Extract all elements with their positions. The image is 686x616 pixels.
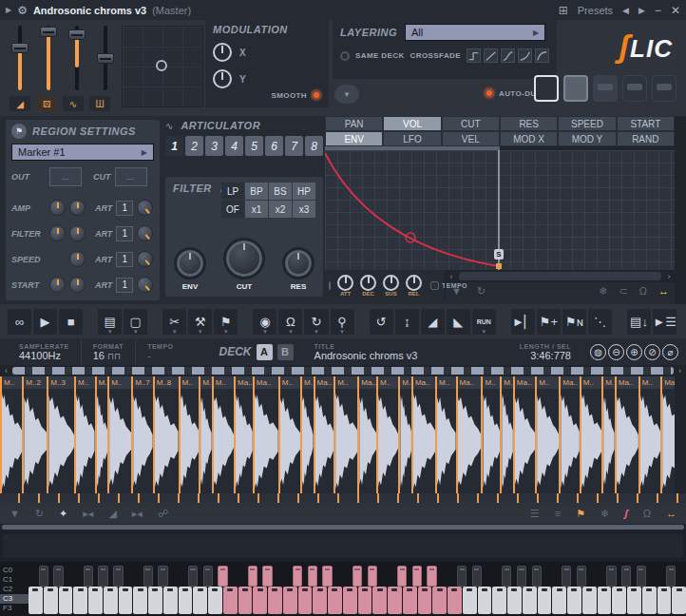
art-knob[interactable] (137, 225, 153, 241)
waveform-overview-scrollbar[interactable]: ‹ › (0, 365, 686, 376)
ramp-icon[interactable]: ◢ (10, 96, 30, 111)
white-key[interactable] (298, 587, 313, 614)
swap-icon[interactable]: ↔ (658, 285, 669, 298)
black-key[interactable] (606, 566, 616, 587)
articulator-slot[interactable]: 2 (185, 136, 203, 156)
envelope-tab[interactable]: MOD X (500, 131, 558, 146)
waveform-slice[interactable]: Ma.. (411, 376, 435, 493)
filter-type-button[interactable]: BS (269, 183, 292, 200)
save-sample-button[interactable]: ▤ (98, 309, 122, 335)
white-key[interactable] (133, 587, 147, 614)
auto-slice-button[interactable]: ⚑ɴ (562, 309, 586, 335)
envelope-tab[interactable]: START (617, 116, 675, 131)
waveform-slice[interactable]: M.. (481, 376, 500, 493)
slice-marker-label[interactable]: Ma.. (458, 376, 482, 389)
fit-icon[interactable]: ▸◂ (132, 508, 143, 520)
white-key[interactable] (372, 587, 387, 614)
articulator-slot[interactable]: 5 (245, 136, 263, 156)
white-key[interactable] (88, 587, 103, 614)
slice-marker-label[interactable]: M.. (280, 376, 300, 389)
black-key[interactable] (577, 566, 586, 587)
beat-ruler[interactable] (0, 493, 686, 503)
slice-marker-label[interactable]: M.. (181, 376, 200, 389)
white-key[interactable] (163, 587, 178, 614)
black-key[interactable] (39, 566, 48, 587)
white-key[interactable] (44, 587, 58, 614)
region-knob[interactable] (69, 225, 86, 241)
snap-button[interactable]: Ω (278, 309, 302, 335)
waveform-slice[interactable]: Ma.. (513, 376, 535, 493)
slice-marker-label[interactable]: M..3 (48, 376, 74, 389)
slice-marker-label[interactable]: M. (400, 376, 411, 389)
slice-marker-label[interactable]: Ma.. (617, 376, 638, 389)
env-menu-icon[interactable]: ▼ (451, 285, 462, 298)
region-knob[interactable] (69, 251, 86, 267)
envelope-tab[interactable]: VEL (442, 131, 500, 146)
xy-pad-dot[interactable] (156, 60, 167, 71)
black-key[interactable] (532, 566, 542, 587)
collapse-arrow-icon[interactable]: ▶ (6, 6, 11, 14)
white-key[interactable] (463, 587, 477, 614)
white-key[interactable] (507, 587, 522, 614)
white-key[interactable] (627, 587, 641, 614)
filter-knob[interactable] (282, 247, 314, 279)
waveform-slice[interactable]: Ma.. (357, 376, 376, 493)
black-key[interactable] (637, 566, 646, 587)
waveform-slice[interactable]: M.. (278, 376, 300, 493)
envelope-tab[interactable]: CUT (442, 116, 500, 131)
env-refresh-icon[interactable]: ↻ (477, 285, 486, 298)
region-knob[interactable] (49, 277, 66, 293)
black-key[interactable] (412, 566, 422, 587)
waveform-slice[interactable]: M. (300, 376, 314, 493)
slice-marker-label[interactable]: M.. (640, 376, 660, 389)
waveform-editor[interactable]: M.. M..2 M..3 M.. M. (0, 376, 686, 493)
auto-dump-led[interactable] (485, 88, 494, 98)
horizontal-scrollbar[interactable] (0, 524, 686, 530)
stop-button[interactable]: ■ (59, 309, 83, 335)
zoom-in-icon[interactable]: ⊕ (626, 344, 642, 360)
white-key[interactable] (523, 587, 537, 614)
black-key[interactable] (502, 566, 511, 587)
waveform-slice[interactable]: Ma.. (314, 376, 334, 493)
slice-marker-label[interactable]: M.. (109, 376, 131, 389)
level-slider[interactable] (95, 26, 116, 90)
waveform-slice[interactable]: M..8 (153, 376, 179, 493)
slice-marker-label[interactable]: M.. (581, 376, 601, 389)
black-key[interactable] (397, 566, 407, 587)
filter-type-button[interactable]: x3 (293, 201, 315, 218)
decay-curve[interactable] (325, 153, 499, 266)
waveform-slice[interactable]: M. (199, 376, 212, 493)
waveform-slice[interactable]: M. (398, 376, 411, 493)
slice-marker-label[interactable]: M.. (378, 376, 398, 389)
mute-preview-icon[interactable]: ⌀ (662, 344, 678, 360)
waveform-slice[interactable]: M..3 (47, 376, 74, 493)
art-value[interactable]: 1 (116, 226, 133, 241)
envelope-tab[interactable]: RES (500, 116, 558, 131)
slice-marker-label[interactable]: M.. (537, 376, 559, 389)
level-slider[interactable] (10, 26, 30, 90)
view-button[interactable]: ◉ (253, 309, 276, 335)
new-sample-button[interactable]: ▢ (124, 309, 147, 335)
slice-marker-label[interactable]: Ma.. (315, 376, 334, 389)
adsr-knob[interactable] (360, 275, 376, 291)
scroll-left-icon[interactable]: ‹ (0, 366, 12, 375)
black-key[interactable] (203, 566, 213, 587)
region-knob[interactable] (69, 277, 86, 293)
crossfade-curve-button[interactable] (535, 48, 549, 63)
tempo-led[interactable] (430, 281, 439, 290)
deck-page-button[interactable] (563, 75, 588, 102)
white-key[interactable] (59, 587, 73, 614)
adsr-knob[interactable] (337, 275, 353, 291)
filter-type-button[interactable]: HP (293, 183, 315, 200)
waveform-slice[interactable]: Ma.. (559, 376, 580, 493)
white-key[interactable] (238, 587, 253, 614)
white-key[interactable] (119, 587, 133, 614)
art-knob[interactable] (137, 277, 153, 293)
white-key[interactable] (193, 587, 207, 614)
black-key[interactable] (322, 566, 332, 587)
white-key[interactable] (253, 587, 267, 614)
add-marker-button[interactable]: ⚑+ (537, 309, 561, 335)
waveform-slice[interactable]: M. (95, 376, 108, 493)
options-menu-button[interactable]: ▼ (334, 85, 359, 104)
wave-refresh-icon[interactable]: ↻ (35, 508, 44, 520)
